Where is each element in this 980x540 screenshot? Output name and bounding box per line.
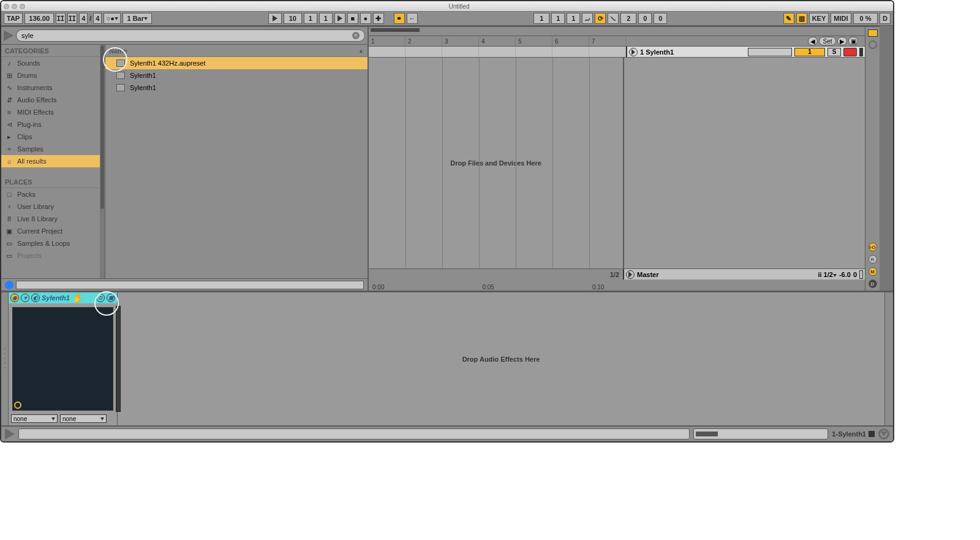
draw-mode-icon[interactable]: ✎ <box>783 13 794 24</box>
place-projects[interactable]: ▭Projects <box>1 249 105 262</box>
automation-arm-icon[interactable]: ⚭ <box>394 13 405 24</box>
prev-locator-button[interactable]: ◀ <box>808 37 818 45</box>
device-save-icon[interactable]: ▣ <box>107 294 115 302</box>
tap-button[interactable]: TAP <box>4 13 23 24</box>
loop-length-bar[interactable]: 2 <box>620 13 636 24</box>
cat-sounds[interactable]: ♪Sounds <box>1 57 105 69</box>
record-button[interactable]: ● <box>360 13 371 24</box>
result-item-2[interactable]: Sylenth1 <box>105 69 368 82</box>
device-drop-area[interactable]: Drop Audio Effects Here <box>118 292 884 425</box>
bpm-field[interactable]: 136.00 <box>24 13 54 24</box>
timeline-ruler[interactable]: 1 2 3 4 5 6 7 ◀ Set ▶ ▣ <box>369 36 865 47</box>
loop-length-sixteenth[interactable]: 0 <box>654 13 667 24</box>
d-button[interactable]: D <box>869 280 877 288</box>
cat-plugins[interactable]: ⊲Plug-ins <box>1 118 105 131</box>
pos-sixteenth[interactable]: 1 <box>319 13 333 24</box>
status-long-field[interactable] <box>18 428 690 439</box>
loop-length-beat[interactable]: 0 <box>638 13 652 24</box>
metronome-button[interactable]: ○● <box>104 13 121 24</box>
cat-drums[interactable]: ⊞Drums <box>1 69 105 82</box>
stop-button[interactable]: ■ <box>347 13 358 24</box>
cat-all-results[interactable]: ⌕All results <box>1 155 105 167</box>
disk-overload-button[interactable]: D <box>880 13 891 24</box>
preview-bar[interactable] <box>16 281 364 289</box>
place-current-project[interactable]: ▣Current Project <box>1 225 105 237</box>
loop-button[interactable]: ⟳ <box>595 13 606 24</box>
play-button[interactable] <box>334 13 345 24</box>
device-expand-icon[interactable]: ⊙ <box>96 294 105 302</box>
place-packs[interactable]: □Packs <box>1 188 105 200</box>
track-solo-button[interactable]: S <box>827 48 841 56</box>
loop-start-beat[interactable]: 1 <box>551 13 565 24</box>
preview-play-icon[interactable] <box>4 30 13 41</box>
punch-in-button[interactable] <box>582 13 593 24</box>
cat-instruments[interactable]: ∿Instruments <box>1 82 105 94</box>
results-header[interactable]: Name▲ <box>105 45 368 57</box>
loop-locator-icon[interactable]: ▣ <box>848 37 858 45</box>
track-header[interactable]: 1 Sylenth1 1 S <box>626 47 865 57</box>
track-activator[interactable]: 1 <box>794 48 825 56</box>
result-item-3[interactable]: Sylenth1 <box>105 82 368 94</box>
device-activator-icon[interactable]: ◉ <box>10 294 19 302</box>
show-hide-button[interactable] <box>868 29 878 37</box>
preview-toggle-icon[interactable] <box>5 281 13 289</box>
arrangement-drop-area[interactable]: Drop Files and Devices Here <box>369 58 865 268</box>
follow-button[interactable] <box>268 13 282 24</box>
device-view-handle[interactable]: • • • • • <box>1 292 9 425</box>
result-item-1[interactable]: Sylenth1 432Hz.aupreset <box>105 57 368 69</box>
pos-beat[interactable]: 1 <box>304 13 317 24</box>
nudge-down[interactable]: ⵊⵊ <box>56 13 66 24</box>
time-sig-den[interactable]: 4 <box>93 13 102 24</box>
traffic-minimize[interactable] <box>12 4 17 9</box>
plugin-window[interactable] <box>12 307 113 411</box>
status-play-icon[interactable] <box>5 428 15 439</box>
cat-samples[interactable]: ≈Samples <box>1 143 105 155</box>
pos-bar[interactable]: 10 <box>284 13 302 24</box>
device-show-icon[interactable]: ◐ <box>31 294 40 302</box>
key-map-button[interactable]: KEY <box>809 13 829 24</box>
punch-out-button[interactable] <box>608 13 619 24</box>
place-samples-loops[interactable]: ▭Samples & Loops <box>1 237 105 249</box>
sort-icon[interactable]: ▲ <box>358 48 364 54</box>
master-stop-button[interactable] <box>626 270 635 279</box>
cat-audio-effects[interactable]: ⇵Audio Effects <box>1 94 105 106</box>
midi-map-button[interactable]: MIDI <box>831 13 851 24</box>
master-quantize-select[interactable]: ii 1/2 <box>818 271 836 278</box>
track-lane[interactable] <box>369 47 626 57</box>
track-stop-button[interactable] <box>629 48 638 56</box>
track-arm-button[interactable] <box>843 48 857 56</box>
master-label[interactable]: Master <box>637 271 815 278</box>
time-sig-num[interactable]: 4 <box>79 13 88 24</box>
traffic-zoom[interactable] <box>20 4 25 9</box>
device-right-handle[interactable] <box>884 292 893 425</box>
hot-swap-icon[interactable]: ▾ <box>21 294 29 302</box>
traffic-close[interactable] <box>4 4 9 9</box>
device-scrollbar[interactable] <box>116 306 121 412</box>
search-input[interactable]: syle ✕ <box>16 29 365 42</box>
overdub-button[interactable]: ✚ <box>373 13 384 24</box>
quantize-select[interactable]: 1 Bar <box>123 13 152 24</box>
track-volume-slider[interactable] <box>748 48 792 56</box>
device-param-1-select[interactable]: none <box>11 414 58 423</box>
place-user-library[interactable]: ♀User Library <box>1 200 105 213</box>
device-header[interactable]: ◉ ▾ ◐ Sylenth1 ✋ ⊙ ▣ <box>9 292 117 303</box>
next-locator-button[interactable]: ▶ <box>837 37 847 45</box>
place-live8[interactable]: 8Live 8 Library <box>1 213 105 225</box>
re-enable-automation[interactable]: ← <box>407 13 418 24</box>
loop-start-bar[interactable]: 1 <box>533 13 549 24</box>
io-button[interactable]: I·O <box>869 243 877 251</box>
computer-midi-keyboard-icon[interactable]: ▥ <box>796 13 807 24</box>
master-volume[interactable]: -6.0 <box>839 271 851 278</box>
clear-search-icon[interactable]: ✕ <box>352 32 360 39</box>
m-button[interactable]: M <box>869 267 877 276</box>
nudge-up[interactable]: ⵊⵊ <box>67 13 77 24</box>
device-param-2-select[interactable]: none <box>60 414 107 423</box>
track-name[interactable]: 1 Sylenth1 <box>640 48 745 56</box>
cat-clips[interactable]: ▸Clips <box>1 131 105 143</box>
overview[interactable] <box>369 27 865 36</box>
master-pan[interactable]: 0 <box>853 271 857 278</box>
r-button[interactable]: R <box>869 255 877 264</box>
help-view-toggle-icon[interactable] <box>878 428 889 439</box>
round-icon[interactable] <box>869 40 877 49</box>
set-locator-button[interactable]: Set <box>819 37 836 45</box>
